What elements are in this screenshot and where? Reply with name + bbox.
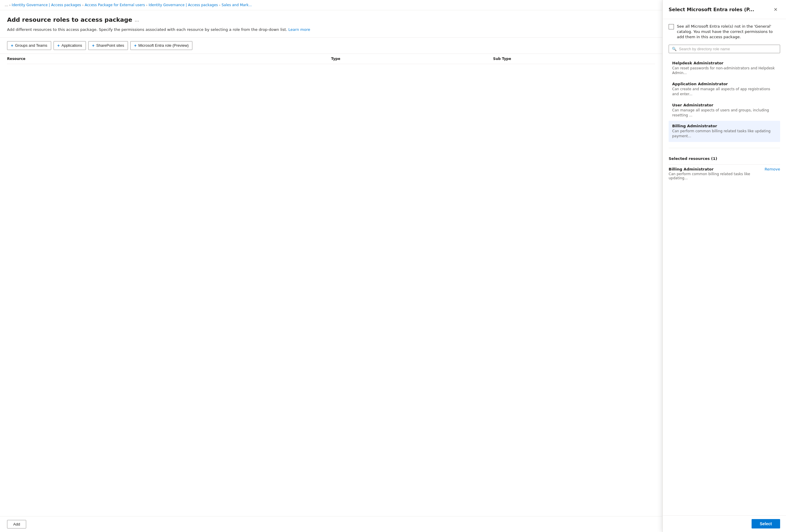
role-name-2: User Administrator bbox=[672, 103, 777, 107]
applications-label: Applications bbox=[62, 43, 82, 48]
page-description: Add different resources to this access p… bbox=[7, 27, 655, 33]
breadcrumb-sep-1: › bbox=[83, 3, 84, 7]
selected-resource-desc-0: Can perform common billing related tasks… bbox=[669, 172, 761, 180]
role-item-1[interactable]: Application Administrator Can create and… bbox=[669, 79, 780, 100]
sharepoint-label: SharePoint sites bbox=[96, 43, 124, 48]
sharepoint-sites-button[interactable]: + SharePoint sites bbox=[88, 41, 128, 50]
selected-resources-title: Selected resources (1) bbox=[669, 156, 780, 161]
selected-resources-section: Selected resources (1) Billing Administr… bbox=[669, 156, 780, 183]
breadcrumb-item-0[interactable]: Identity Governance | Access packages bbox=[12, 3, 81, 7]
groups-teams-plus-icon: + bbox=[11, 43, 13, 48]
side-panel-title: Select Microsoft Entra roles (P... bbox=[669, 7, 771, 13]
section-divider bbox=[669, 148, 780, 148]
bottom-bar: Add bbox=[0, 516, 662, 532]
page-title-row: Add resource roles to access package ... bbox=[7, 16, 655, 23]
table-container: Resource Type Sub Type bbox=[0, 54, 662, 516]
see-all-label: See all Microsoft Entra role(s) not in t… bbox=[677, 24, 780, 40]
breadcrumb-sep-0: › bbox=[9, 3, 10, 7]
see-all-checkbox[interactable] bbox=[669, 24, 674, 29]
page-header: Add resource roles to access package ...… bbox=[0, 10, 662, 38]
add-button[interactable]: Add bbox=[7, 520, 26, 529]
learn-more-link[interactable]: Learn more bbox=[288, 27, 310, 32]
applications-button[interactable]: + Applications bbox=[53, 41, 86, 50]
role-name-3: Billing Administrator bbox=[672, 124, 777, 128]
entra-role-button[interactable]: + Microsoft Entra role (Preview) bbox=[130, 41, 192, 50]
col-subtype: Sub Type bbox=[493, 57, 655, 61]
side-panel: Select Microsoft Entra roles (P... ✕ See… bbox=[663, 0, 786, 532]
search-icon: 🔍 bbox=[672, 47, 676, 51]
groups-teams-label: Groups and Teams bbox=[15, 43, 47, 48]
toolbar: + Groups and Teams + Applications + Shar… bbox=[0, 38, 662, 54]
breadcrumb-sep-2: › bbox=[146, 3, 147, 7]
selected-resource-info-0: Billing Administrator Can perform common… bbox=[669, 167, 761, 180]
table-header: Resource Type Sub Type bbox=[7, 54, 655, 64]
breadcrumb-item-3[interactable]: Sales and Mark... bbox=[222, 3, 252, 7]
side-panel-header: Select Microsoft Entra roles (P... ✕ bbox=[663, 0, 786, 19]
groups-teams-button[interactable]: + Groups and Teams bbox=[7, 41, 51, 50]
role-item-2[interactable]: User Administrator Can manage all aspect… bbox=[669, 100, 780, 121]
main-panel: ... › Identity Governance | Access packa… bbox=[0, 0, 663, 532]
page-title-more[interactable]: ... bbox=[135, 17, 139, 23]
select-button[interactable]: Select bbox=[752, 519, 780, 529]
selected-resources-list: Billing Administrator Can perform common… bbox=[669, 164, 780, 183]
page-title: Add resource roles to access package bbox=[7, 16, 132, 23]
role-name-1: Application Administrator bbox=[672, 82, 777, 86]
role-desc-0: Can reset passwords for non-administrato… bbox=[672, 66, 777, 76]
breadcrumb-sep-3: › bbox=[219, 3, 220, 7]
role-item-0[interactable]: Helpdesk Administrator Can reset passwor… bbox=[669, 58, 780, 79]
selected-resource-item-0: Billing Administrator Can perform common… bbox=[669, 164, 780, 183]
remove-link-0[interactable]: Remove bbox=[765, 167, 780, 171]
col-type: Type bbox=[331, 57, 493, 61]
sharepoint-plus-icon: + bbox=[92, 43, 94, 48]
entra-plus-icon: + bbox=[134, 43, 137, 48]
breadcrumb-item-1[interactable]: Access Package for External users bbox=[85, 3, 145, 7]
role-item-3[interactable]: Billing Administrator Can perform common… bbox=[669, 121, 780, 142]
role-desc-1: Can create and manage all aspects of app… bbox=[672, 87, 777, 97]
selected-resource-name-0: Billing Administrator bbox=[669, 167, 761, 171]
page-description-text: Add different resources to this access p… bbox=[7, 27, 287, 32]
search-box[interactable]: 🔍 bbox=[669, 45, 780, 53]
role-desc-3: Can perform common billing related tasks… bbox=[672, 129, 777, 139]
role-name-0: Helpdesk Administrator bbox=[672, 61, 777, 65]
breadcrumb: ... › Identity Governance | Access packa… bbox=[0, 0, 662, 10]
role-list: Helpdesk Administrator Can reset passwor… bbox=[669, 58, 780, 142]
side-panel-footer: Select bbox=[663, 515, 786, 532]
see-all-checkbox-row: See all Microsoft Entra role(s) not in t… bbox=[669, 24, 780, 40]
breadcrumb-item-2[interactable]: Identity Governance | Access packages bbox=[148, 3, 218, 7]
breadcrumb-dots[interactable]: ... bbox=[5, 3, 8, 7]
search-input[interactable] bbox=[679, 47, 777, 51]
col-resource: Resource bbox=[7, 57, 331, 61]
close-button[interactable]: ✕ bbox=[771, 5, 780, 14]
entra-label: Microsoft Entra role (Preview) bbox=[138, 43, 189, 48]
applications-plus-icon: + bbox=[57, 43, 60, 48]
role-desc-2: Can manage all aspects of users and grou… bbox=[672, 108, 777, 118]
side-panel-body: See all Microsoft Entra role(s) not in t… bbox=[663, 19, 786, 515]
